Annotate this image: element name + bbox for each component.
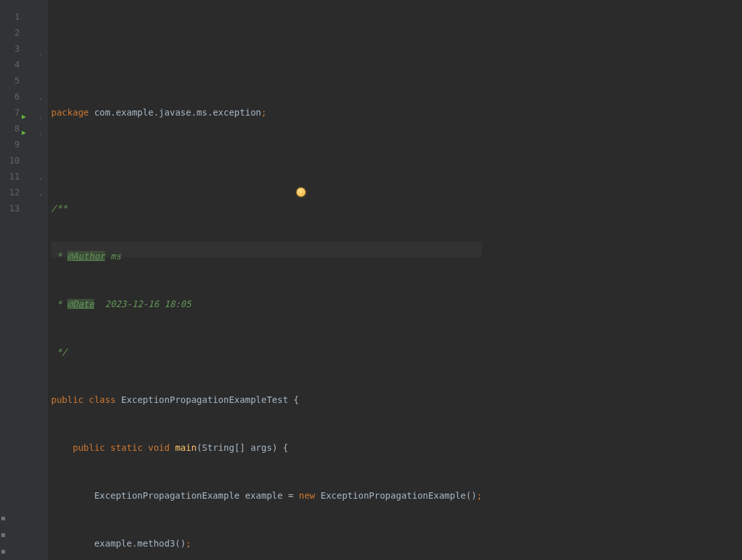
- fold-end-icon[interactable]: ⌃: [39, 93, 43, 109]
- code-line-8: public static void main(String[] args) {: [51, 440, 482, 456]
- fold-end-icon[interactable]: ⌃: [39, 172, 43, 188]
- run-gutter-icon[interactable]: ▶: [22, 125, 26, 140]
- fold-start-icon[interactable]: ⌄: [39, 125, 43, 140]
- code-line-9: ExceptionPropagationExample example = ne…: [51, 488, 482, 504]
- code-line-7: public class ExceptionPropagationExample…: [51, 392, 482, 408]
- code-line-3: /**: [51, 201, 482, 216]
- code-line-10: example.method3();: [51, 536, 482, 552]
- tool-stripe-dot-icon[interactable]: [1, 517, 5, 520]
- tool-stripe-dot-icon[interactable]: [1, 550, 5, 554]
- code-line-1: package com.example.javase.ms.exception;: [51, 105, 482, 121]
- line-number[interactable]: 12: [3, 185, 35, 201]
- line-number[interactable]: 1: [3, 9, 35, 25]
- line-number[interactable]: 8: [3, 121, 35, 137]
- line-number[interactable]: 4: [3, 57, 35, 73]
- line-number[interactable]: 10: [3, 153, 35, 169]
- tool-stripe-dot-icon[interactable]: [1, 533, 5, 537]
- fold-end-icon[interactable]: ⌃: [39, 188, 43, 204]
- line-number[interactable]: 7: [3, 105, 35, 121]
- fold-start-icon[interactable]: ⌄: [39, 45, 43, 61]
- line-number[interactable]: 3: [3, 41, 35, 57]
- line-number-gutter[interactable]: 123456▶7▶8910111213: [3, 0, 38, 560]
- run-gutter-icon[interactable]: ▶: [22, 109, 26, 125]
- code-line-5: * @Date 2023-12-16 18:05: [51, 296, 482, 312]
- line-number[interactable]: 13: [3, 201, 35, 216]
- code-editor[interactable]: 123456▶7▶8910111213 ⌄⌃⌄⌄⌃⌃ package com.e…: [0, 0, 742, 560]
- line-number[interactable]: 6: [3, 89, 35, 105]
- code-area[interactable]: package com.example.javase.ms.exception;…: [47, 0, 482, 560]
- code-line-4: * @Author ms: [51, 248, 482, 264]
- code-line-2: [51, 153, 482, 169]
- fold-start-icon[interactable]: ⌄: [39, 109, 43, 125]
- fold-gutter[interactable]: ⌄⌃⌄⌄⌃⌃: [38, 0, 47, 560]
- line-number[interactable]: 11: [3, 169, 35, 185]
- line-number[interactable]: 2: [3, 25, 35, 41]
- line-number[interactable]: 5: [3, 73, 35, 89]
- left-tool-stripe[interactable]: [0, 517, 6, 560]
- intention-bulb-icon[interactable]: [297, 188, 305, 197]
- code-line-6: */: [51, 344, 482, 360]
- line-number[interactable]: 9: [3, 137, 35, 153]
